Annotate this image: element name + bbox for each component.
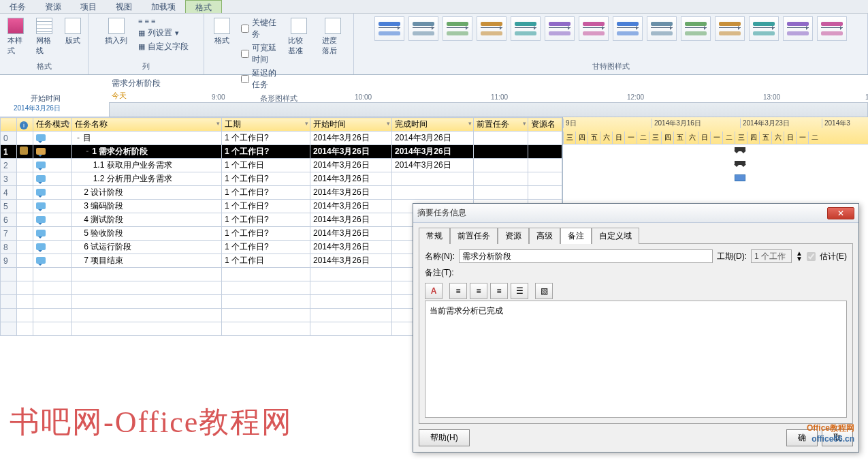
task-mode-icon xyxy=(36,202,46,209)
gantt-style-1[interactable] xyxy=(408,16,438,41)
name-label: 名称(N): xyxy=(425,251,455,262)
tick: 12:00 xyxy=(627,93,644,101)
gantt-bar[interactable] xyxy=(735,174,745,181)
table-row[interactable]: 4 2 设计阶段1 个工作日?2014年3月26日 xyxy=(1,186,562,200)
gantt-style-8[interactable] xyxy=(647,16,677,41)
gantt-style-gallery[interactable] xyxy=(372,15,850,61)
gantt-style-5[interactable] xyxy=(545,16,575,41)
name-input[interactable] xyxy=(459,249,713,263)
menu-tabs: 任务资源项目视图加载项格式 xyxy=(0,0,868,14)
gridlines-button[interactable]: 网格线 xyxy=(32,16,57,57)
gantt-style-7[interactable] xyxy=(613,16,643,41)
insert-object-button[interactable]: ▧ xyxy=(535,283,553,299)
menu-tab-4[interactable]: 加载项 xyxy=(142,0,185,13)
task-mode-icon xyxy=(36,216,46,223)
critical-check[interactable]: 关键任务 xyxy=(238,16,280,41)
task-mode-icon xyxy=(36,148,46,155)
group-label-column: 列 xyxy=(91,61,201,73)
dialog-tab-2[interactable]: 资源 xyxy=(498,228,529,244)
outline-toggle[interactable]: - xyxy=(75,133,82,142)
dialog-tab-3[interactable]: 高级 xyxy=(529,228,560,244)
group-label-ganttstyle: 甘特图样式 xyxy=(357,61,865,73)
group-label-format: 格式 xyxy=(3,61,85,73)
custom-field-button[interactable]: ▦ 自定义字段 xyxy=(135,40,191,53)
col-header-4[interactable]: 工期▾ xyxy=(222,118,310,132)
watermark-text: 书吧网-Office教程网 xyxy=(10,402,293,442)
estimate-label: 估计(E) xyxy=(820,251,847,262)
gantt-style-6[interactable] xyxy=(579,16,609,41)
col-header-3[interactable]: 任务名称▾ xyxy=(72,118,222,132)
filter-icon[interactable]: ▾ xyxy=(387,120,390,127)
baseline-button[interactable]: 比较基准 xyxy=(284,16,314,57)
col-header-7[interactable]: 前置任务▾ xyxy=(474,118,528,132)
font-button[interactable]: A xyxy=(425,283,443,299)
dialog-tab-4[interactable]: 备注 xyxy=(560,228,592,244)
filter-icon[interactable]: ▾ xyxy=(67,120,70,127)
dialog-tab-1[interactable]: 前置任务 xyxy=(450,228,498,244)
menu-tab-0[interactable]: 任务 xyxy=(0,0,35,13)
tick: 13:00 xyxy=(763,93,780,101)
gantt-bar[interactable] xyxy=(735,161,745,165)
align-right-button[interactable]: ≡ xyxy=(490,283,508,299)
gantt-style-0[interactable] xyxy=(374,16,404,41)
align-left-button[interactable]: ≡ xyxy=(449,283,467,299)
column-settings-button[interactable]: ▦ 列设置 ▾ xyxy=(135,27,191,40)
table-row[interactable]: 0-目1 个工作日?2014年3月26日2014年3月26日 xyxy=(1,132,562,145)
outline-toggle[interactable]: - xyxy=(84,147,91,156)
col-header-1[interactable]: i xyxy=(17,118,33,132)
filter-icon[interactable]: ▾ xyxy=(216,120,220,127)
filter-icon[interactable]: ▾ xyxy=(523,120,526,127)
help-button[interactable]: 帮助(H) xyxy=(419,429,470,446)
tick: 9:00 xyxy=(212,93,225,101)
task-mode-icon xyxy=(36,134,46,141)
bullets-button[interactable]: ☰ xyxy=(511,283,528,299)
close-button[interactable]: ✕ xyxy=(827,207,854,219)
align-buttons[interactable]: ≡ ≡ ≡ xyxy=(135,16,191,26)
notes-toolbar: A ≡ ≡ ≡ ☰ ▧ xyxy=(425,283,847,299)
layout-button[interactable]: 版式 xyxy=(61,16,85,47)
menu-tab-3[interactable]: 视图 xyxy=(106,0,142,13)
text-style-button[interactable]: 本样式 xyxy=(3,16,28,57)
duration-label: 工期(D): xyxy=(717,251,747,262)
table-row[interactable]: 2 1.1 获取用户业务需求1 个工作日2014年3月26日2014年3月26日 xyxy=(1,159,562,172)
gantt-style-11[interactable] xyxy=(749,16,779,41)
filter-icon[interactable]: ▾ xyxy=(468,120,472,127)
ribbon: 本样式 网格线 版式 格式 插入列 ≡ ≡ ≡ ▦ 列设置 ▾ ▦ 自定义字段 … xyxy=(0,14,868,75)
format-button[interactable]: 格式 xyxy=(210,16,234,47)
notes-label: 备注(T): xyxy=(425,267,454,279)
align-center-button[interactable]: ≡ xyxy=(470,283,487,299)
spinner-icon[interactable]: ▲▼ xyxy=(796,251,803,262)
table-row[interactable]: 1 -1 需求分析阶段1 个工作日?2014年3月26日2014年3月26日 xyxy=(1,145,562,159)
insert-column-button[interactable]: 插入列 xyxy=(101,16,131,47)
gantt-style-2[interactable] xyxy=(443,16,472,41)
gantt-style-3[interactable] xyxy=(477,16,507,41)
filter-icon[interactable]: ▾ xyxy=(305,120,308,127)
notes-textarea[interactable]: 当前需求分析已完成 xyxy=(425,301,847,418)
late-check[interactable]: 延迟的任务 xyxy=(238,67,280,91)
slack-check[interactable]: 可宽延时间 xyxy=(238,42,280,66)
menu-tab-5[interactable]: 格式 xyxy=(185,0,222,13)
gantt-style-4[interactable] xyxy=(511,16,541,41)
gantt-style-9[interactable] xyxy=(681,16,711,41)
tick: 14:00 xyxy=(865,93,868,101)
duration-input xyxy=(751,249,792,263)
tick: 10:00 xyxy=(355,93,372,101)
slippage-button[interactable]: 进度落后 xyxy=(318,16,348,57)
tick: 11:00 xyxy=(491,93,508,101)
table-row[interactable]: 3 1.2 分析用户业务需求1 个工作日?2014年3月26日 xyxy=(1,172,562,186)
col-header-2[interactable]: 任务模式▾ xyxy=(33,118,72,132)
menu-tab-1[interactable]: 资源 xyxy=(35,0,71,13)
gantt-style-10[interactable] xyxy=(715,16,745,41)
timeline: 需求分析阶段 开始时间 2014年3月26日 今天 9:0010:0011:00… xyxy=(0,75,868,117)
gantt-style-13[interactable] xyxy=(817,16,847,41)
menu-tab-2[interactable]: 项目 xyxy=(71,0,106,13)
col-header-5[interactable]: 开始时间▾ xyxy=(310,118,392,132)
dialog-tab-0[interactable]: 常规 xyxy=(419,228,450,244)
gantt-bar[interactable] xyxy=(735,147,745,151)
col-header-0[interactable] xyxy=(1,118,17,132)
timeline-scale[interactable]: 9:0010:0011:0012:0013:0014:00 xyxy=(109,102,868,117)
col-header-6[interactable]: 完成时间▾ xyxy=(392,118,474,132)
dialog-tab-5[interactable]: 自定义域 xyxy=(592,228,639,244)
gantt-style-12[interactable] xyxy=(783,16,813,41)
col-header-8[interactable]: 资源名 xyxy=(528,118,562,132)
